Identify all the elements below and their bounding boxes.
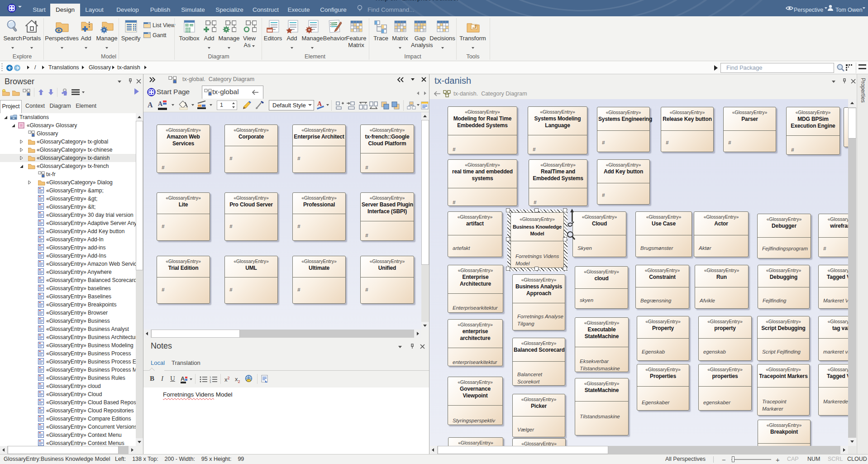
svg-text:3: 3 (210, 381, 211, 383)
